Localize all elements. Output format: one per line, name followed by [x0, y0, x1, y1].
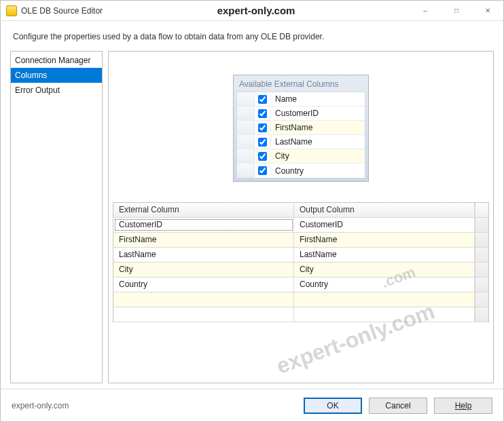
window: OLE DB Source Editor expert-only.com – □… [0, 0, 504, 422]
column-checkbox[interactable] [258, 138, 267, 147]
mapping-row[interactable]: CountryCountry [113, 277, 488, 292]
external-column-cell[interactable]: FirstName [113, 233, 294, 247]
row-checkbox-cell[interactable] [255, 109, 271, 118]
mapping-row-empty [113, 307, 488, 322]
column-checkbox[interactable] [258, 123, 267, 132]
column-checkbox[interactable] [258, 152, 267, 161]
output-column-cell[interactable]: LastName [294, 248, 475, 262]
app-icon [6, 5, 17, 16]
row-handle [237, 135, 255, 149]
ok-button[interactable]: OK [304, 398, 362, 414]
column-name: City [271, 151, 365, 161]
output-column-cell[interactable]: Country [294, 277, 475, 292]
output-column-cell[interactable]: CustomerID [294, 218, 475, 232]
available-header-row: Name [237, 92, 365, 107]
mapping-scroll-gutter [475, 292, 488, 307]
footer-watermark: expert-only.com [12, 401, 69, 410]
nav-item-columns[interactable]: Columns [11, 68, 102, 83]
available-columns-title: Available External Columns [236, 78, 365, 92]
close-button[interactable]: ✕ [472, 1, 503, 20]
nav-item-error-output[interactable]: Error Output [11, 83, 102, 98]
window-title: OLE DB Source Editor [21, 6, 103, 16]
mapping-row-empty [113, 292, 488, 307]
mapping-scroll-gutter [475, 218, 488, 232]
column-name: FirstName [271, 123, 365, 132]
available-header-name: Name [271, 94, 365, 104]
instruction-text: Configure the properties used by a data … [1, 21, 503, 48]
content-panel: Available External Columns NameCustomerI… [108, 51, 494, 383]
output-column-cell[interactable]: FirstName [294, 233, 475, 247]
footer: expert-only.com OK Cancel Help [1, 389, 503, 421]
mapping-scroll-gutter [475, 233, 488, 247]
row-handle [237, 121, 255, 134]
row-checkbox-cell[interactable] [255, 123, 271, 132]
column-name: CustomerID [271, 109, 365, 118]
column-name: LastName [271, 137, 365, 147]
mapping-scroll-gutter [475, 277, 488, 292]
output-column-cell [294, 307, 475, 322]
available-row-city[interactable]: City [237, 149, 365, 164]
output-column-cell[interactable]: City [294, 263, 475, 277]
mapping-row[interactable]: FirstNameFirstName [113, 233, 488, 248]
help-button[interactable]: Help [434, 398, 492, 414]
external-column-cell[interactable]: CustomerID [113, 218, 294, 232]
mapping-row[interactable]: LastNameLastName [113, 248, 488, 263]
available-row-customerid[interactable]: CustomerID [237, 107, 365, 121]
minimize-button[interactable]: – [410, 1, 441, 20]
mapping-header-row: External ColumnOutput Column [113, 203, 488, 218]
available-select-all[interactable] [255, 95, 271, 104]
column-checkbox[interactable] [258, 109, 267, 118]
titlebar: OLE DB Source Editor expert-only.com – □… [1, 1, 503, 21]
external-column-cell[interactable]: LastName [113, 248, 294, 262]
external-column-cell [113, 292, 294, 307]
cancel-button[interactable]: Cancel [369, 398, 427, 414]
maximize-button[interactable]: □ [441, 1, 472, 20]
mapping-scroll-gutter [475, 307, 488, 322]
main-area: Connection ManagerColumnsError Output Av… [1, 48, 503, 389]
row-handle [237, 107, 255, 120]
mapping-row[interactable]: CustomerIDCustomerID [113, 218, 488, 233]
available-row-country[interactable]: Country [237, 164, 365, 178]
row-handle [237, 164, 255, 178]
available-columns-list: NameCustomerIDFirstNameLastNameCityCount… [236, 92, 365, 178]
external-column-cell[interactable]: Country [113, 277, 294, 292]
row-checkbox-cell[interactable] [255, 152, 271, 161]
select-all-checkbox[interactable] [258, 95, 267, 104]
available-header-blank [237, 92, 255, 106]
available-columns-area: Available External Columns NameCustomerI… [113, 56, 489, 202]
window-controls: – □ ✕ [410, 1, 503, 20]
available-columns-box: Available External Columns NameCustomerI… [233, 75, 369, 182]
available-row-lastname[interactable]: LastName [237, 135, 365, 149]
output-column-cell [294, 292, 475, 307]
row-checkbox-cell[interactable] [255, 138, 271, 147]
mapping-row[interactable]: CityCity [113, 263, 488, 277]
mapping-scroll-gutter [475, 248, 488, 262]
external-column-cell[interactable]: City [113, 263, 294, 277]
mapping-header-external[interactable]: External Column [113, 203, 294, 217]
mapping-scroll-gutter [475, 203, 488, 217]
column-checkbox[interactable] [258, 166, 267, 175]
available-row-firstname[interactable]: FirstName [237, 121, 365, 135]
column-name: Country [271, 166, 365, 176]
nav-item-connection-manager[interactable]: Connection Manager [11, 53, 102, 68]
row-checkbox-cell[interactable] [255, 166, 271, 175]
row-handle [237, 149, 255, 163]
titlebar-watermark: expert-only.com [217, 5, 295, 16]
mapping-table: External ColumnOutput ColumnCustomerIDCu… [113, 202, 489, 322]
footer-buttons: OK Cancel Help [304, 398, 492, 414]
mapping-header-output[interactable]: Output Column [294, 203, 475, 217]
mapping-scroll-gutter [475, 263, 488, 277]
nav-panel: Connection ManagerColumnsError Output [10, 51, 103, 383]
external-column-cell [113, 307, 294, 322]
